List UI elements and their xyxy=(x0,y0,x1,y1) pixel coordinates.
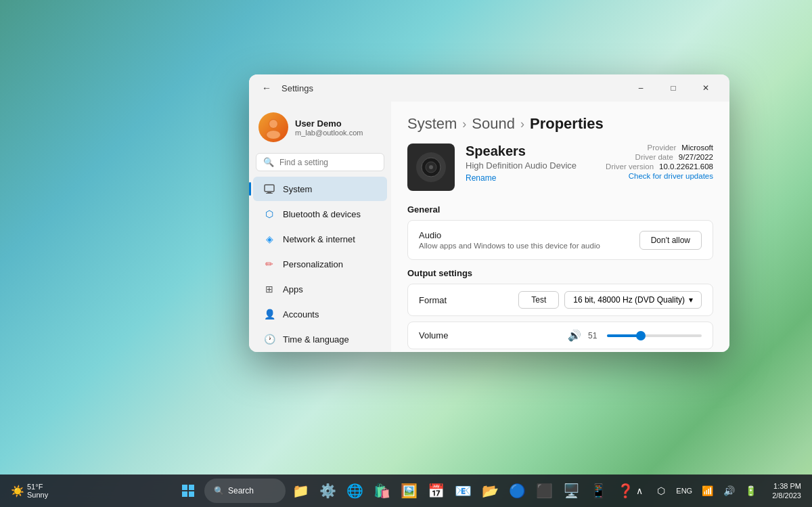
taskbar-settings[interactable]: ⚙️ xyxy=(315,479,340,503)
weather-info: 51°F Sunny xyxy=(27,483,48,499)
sidebar-item-label-personalization: Personalization xyxy=(283,259,343,269)
svg-rect-13 xyxy=(182,491,187,497)
weather-icon: ☀️ xyxy=(11,485,24,498)
user-info: User Demo m_lab@outlook.com xyxy=(295,118,363,137)
taskbar-store[interactable]: 🛍️ xyxy=(369,479,394,503)
taskbar-explorer[interactable]: 📂 xyxy=(478,479,502,503)
taskbar-mail[interactable]: 📧 xyxy=(451,479,475,503)
svg-rect-4 xyxy=(265,185,274,192)
volume-slider-thumb[interactable] xyxy=(636,331,646,340)
test-button[interactable]: Test xyxy=(518,291,559,309)
maximize-button[interactable]: □ xyxy=(658,77,689,99)
weather-temp: 51°F xyxy=(27,483,48,491)
volume-label: Volume xyxy=(419,330,448,340)
format-row: Format Test 16 bit, 48000 Hz (DVD Qualit… xyxy=(407,284,713,316)
rename-link[interactable]: Rename xyxy=(466,173,595,183)
device-header: Speakers High Definition Audio Device Re… xyxy=(407,144,713,191)
sidebar-item-personalization[interactable]: ✏ Personalization xyxy=(253,252,387,276)
search-box[interactable]: 🔍 xyxy=(256,153,384,171)
start-button[interactable] xyxy=(175,477,202,504)
driver-date-value: 9/27/2022 xyxy=(679,153,713,161)
driver-date-row: Driver date 9/27/2022 xyxy=(606,153,713,161)
sidebar-item-system[interactable]: System xyxy=(253,177,387,201)
sidebar-item-network[interactable]: ◈ Network & internet xyxy=(253,227,387,251)
speaker-svg xyxy=(414,150,448,184)
clock-time: 1:38 PM xyxy=(773,481,801,491)
user-profile[interactable]: User Demo m_lab@outlook.com xyxy=(249,107,391,153)
driver-info: Provider Microsoft Driver date 9/27/2022… xyxy=(606,144,713,180)
taskbar-photos[interactable]: 🖼️ xyxy=(397,479,421,503)
format-label: Format xyxy=(419,295,447,305)
sidebar-item-accounts[interactable]: 👤 Accounts xyxy=(253,302,387,326)
format-value: 16 bit, 48000 Hz (DVD Quality) xyxy=(573,295,685,305)
taskbar-phone[interactable]: 📱 xyxy=(586,479,610,503)
sidebar-item-bluetooth[interactable]: ⬡ Bluetooth & devices xyxy=(253,202,387,226)
taskbar-remote[interactable]: 🖥️ xyxy=(559,479,583,503)
apps-icon: ⊞ xyxy=(263,282,276,296)
tray-network[interactable]: 📶 xyxy=(698,481,717,500)
taskbar-help[interactable]: ❓ xyxy=(613,479,637,503)
audio-label: Audio xyxy=(419,230,600,240)
desktop: ← Settings – □ ✕ xyxy=(0,0,812,507)
window-body: User Demo m_lab@outlook.com 🔍 xyxy=(249,102,729,352)
tray-bluetooth[interactable]: ⬡ xyxy=(652,481,671,500)
taskbar: ☀️ 51°F Sunny 🔍 Search 📁 ⚙️ xyxy=(0,475,812,507)
audio-card: Audio Allow apps and Windows to use this… xyxy=(407,220,713,260)
provider-row: Provider Microsoft xyxy=(606,144,713,152)
svg-rect-11 xyxy=(182,485,187,490)
driver-update-link[interactable]: Check for driver updates xyxy=(629,172,713,180)
svg-rect-6 xyxy=(266,193,273,194)
svg-point-2 xyxy=(269,120,277,128)
window-title: Settings xyxy=(281,83,313,93)
taskbar-calendar[interactable]: 📅 xyxy=(424,479,448,503)
audio-description: Allow apps and Windows to use this devic… xyxy=(419,242,600,250)
taskbar-terminal[interactable]: ⬛ xyxy=(532,479,556,503)
language-indicator[interactable]: ENG xyxy=(673,487,695,495)
provider-value: Microsoft xyxy=(681,144,713,152)
minimize-button[interactable]: – xyxy=(625,77,656,99)
bluetooth-icon: ⬡ xyxy=(263,207,276,221)
dont-allow-button[interactable]: Don't allow xyxy=(639,231,702,250)
breadcrumb-sep-2: › xyxy=(520,117,524,131)
sidebar: User Demo m_lab@outlook.com 🔍 xyxy=(249,102,391,352)
taskbar-chrome[interactable]: 🔵 xyxy=(505,479,529,503)
taskbar-edge[interactable]: 🌐 xyxy=(342,479,367,503)
breadcrumb-sound[interactable]: Sound xyxy=(472,115,515,133)
system-icon xyxy=(263,182,276,196)
svg-point-10 xyxy=(429,165,433,169)
driver-version-row: Driver version 10.0.22621.608 xyxy=(606,162,713,171)
clock[interactable]: 1:38 PM 2/8/2023 xyxy=(767,481,807,501)
sidebar-item-label-bluetooth: Bluetooth & devices xyxy=(283,209,361,219)
tray-icons: ∧ ⬡ ENG 📶 🔊 🔋 xyxy=(625,481,765,500)
tray-battery[interactable]: 🔋 xyxy=(741,481,760,500)
volume-row: Volume 🔊 51 xyxy=(407,322,713,349)
sidebar-item-label-system: System xyxy=(283,184,312,194)
window-controls: – □ ✕ xyxy=(625,77,721,99)
clock-date: 2/8/2023 xyxy=(772,491,801,500)
provider-label: Provider xyxy=(648,144,677,152)
taskbar-files[interactable]: 📁 xyxy=(288,479,313,503)
breadcrumb-current: Properties xyxy=(530,115,604,133)
sidebar-item-apps[interactable]: ⊞ Apps xyxy=(253,277,387,301)
volume-slider[interactable] xyxy=(607,334,702,337)
svg-rect-12 xyxy=(189,485,194,490)
tray-sound[interactable]: 🔊 xyxy=(719,481,738,500)
close-button[interactable]: ✕ xyxy=(690,77,721,99)
breadcrumb-system[interactable]: System xyxy=(407,115,457,133)
format-select[interactable]: 16 bit, 48000 Hz (DVD Quality) ▾ xyxy=(564,291,702,309)
search-icon: 🔍 xyxy=(214,486,224,495)
driver-version-value: 10.0.22621.608 xyxy=(659,162,713,171)
title-bar-left: ← Settings xyxy=(257,79,313,97)
back-button[interactable]: ← xyxy=(257,79,276,97)
search-input[interactable] xyxy=(279,158,381,167)
sidebar-item-label-apps: Apps xyxy=(283,284,303,294)
taskbar-center: 🔍 Search 📁 ⚙️ 🌐 🛍️ 🖼️ 📅 📧 📂 🔵 ⬛ 🖥️ 📱 ❓ xyxy=(175,477,637,504)
weather-widget[interactable]: ☀️ 51°F Sunny xyxy=(5,480,53,502)
sidebar-item-label-network: Network & internet xyxy=(283,234,355,244)
avatar xyxy=(258,112,288,142)
volume-controls: 🔊 51 xyxy=(568,329,702,342)
sidebar-item-time[interactable]: 🕐 Time & language xyxy=(253,327,387,351)
general-section-title: General xyxy=(407,204,713,215)
taskbar-right: ∧ ⬡ ENG 📶 🔊 🔋 1:38 PM 2/8/2023 xyxy=(625,481,807,501)
taskbar-search[interactable]: 🔍 Search xyxy=(204,479,286,503)
